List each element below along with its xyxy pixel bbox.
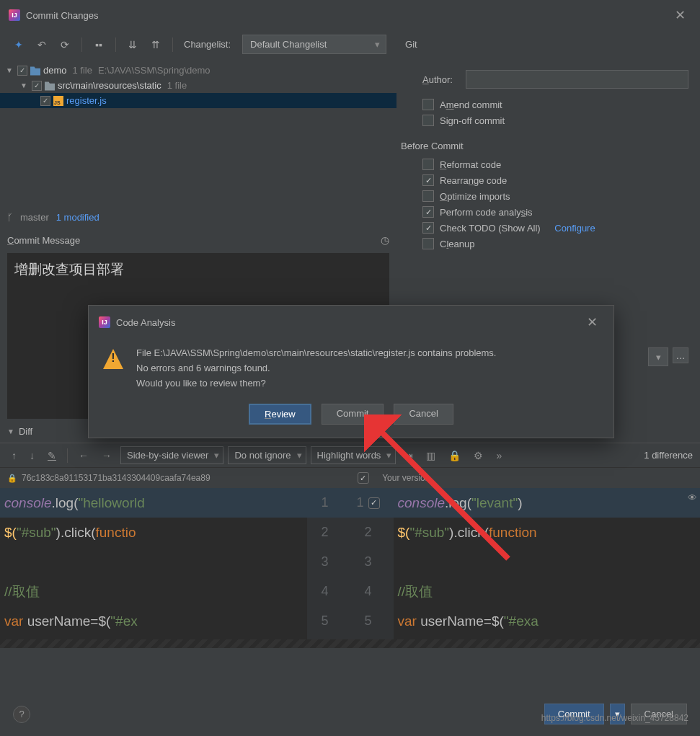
tree-file-row[interactable]: ✓ JS register.js [0, 93, 396, 108]
commit-message-label: Commit Message ◷ [0, 229, 396, 252]
expand-icon[interactable]: ⇊ [124, 36, 141, 53]
branch-name: master [20, 212, 49, 223]
code: ).click( [449, 525, 489, 541]
checkbox[interactable]: ✓ [40, 96, 50, 106]
ignore-dropdown[interactable]: Do not ignore [228, 446, 306, 464]
review-button[interactable]: Review [249, 404, 311, 425]
checkbox[interactable]: ✓ [17, 66, 27, 76]
tree-folder-name: src\main\resources\static [58, 80, 161, 91]
forward-icon[interactable]: → [97, 447, 116, 464]
close-icon[interactable]: ✕ [581, 313, 603, 332]
dialog-commit-label: Commit [337, 408, 369, 419]
edit-icon[interactable]: ✎ [43, 447, 61, 464]
code: "#sub" [409, 525, 449, 541]
refresh-icon[interactable]: ⟳ [56, 36, 74, 53]
chevron-down-icon[interactable]: ▼ [6, 66, 14, 74]
filter-icon[interactable]: ✦ [10, 36, 27, 53]
analysis-checkbox[interactable] [422, 206, 434, 218]
amend-checkbox[interactable] [422, 99, 434, 110]
code: .log( [445, 495, 471, 511]
rearrange-checkbox[interactable] [422, 174, 434, 186]
git-label: Git [405, 39, 417, 50]
toolbar: ✦ ↶ ⟳ ▪▪ ⇊ ⇈ Changelist: Default Changel… [0, 30, 700, 58]
dialog-cancel-button[interactable]: Cancel [394, 404, 453, 425]
dialog-commit-button[interactable]: Commit [322, 404, 384, 425]
diff-viewer: OFF console.log("helloworld $("#sub").cl… [0, 488, 700, 639]
configure-link[interactable]: Configure [554, 223, 595, 234]
dialog-message: File E:\JAVA\SSM\Spring\demo\src\main\re… [136, 346, 496, 391]
tree-root-path: E:\JAVA\SSM\Spring\demo [98, 65, 211, 76]
app-logo-icon: IJ [9, 9, 20, 21]
highlight-dropdown[interactable]: Highlight words [311, 446, 396, 464]
dialog-title: Code Analysis [116, 317, 175, 328]
commit-hash: 76c183c8a91153171ba3143304409caafa74ea89 [22, 473, 211, 483]
dialog-line: File E:\JAVA\SSM\Spring\demo\src\main\re… [136, 346, 496, 361]
collapse-diff-icon[interactable]: ⇥ [400, 447, 417, 464]
undo-icon[interactable]: ↶ [33, 36, 50, 53]
commit-message-text: 增删改查项目部署 [14, 262, 124, 277]
tree-file-name: register.js [66, 95, 107, 106]
todo-checkbox[interactable] [422, 222, 434, 234]
code: console [398, 495, 446, 511]
diff-label: Diff [19, 426, 32, 437]
titlebar: IJ Commit Changes ✕ [0, 0, 700, 30]
diff-toolbar: ↑ ↓ ✎ ← → Side-by-side viewer Do not ign… [0, 443, 700, 468]
help-button[interactable]: ? [13, 706, 30, 723]
file-tree: ▼ ✓ demo 1 file E:\JAVA\SSM\Spring\demo … [0, 58, 396, 112]
todo-label: Check TODO (Show All) [440, 223, 541, 234]
left-gutter: 12345 [307, 488, 343, 639]
code: functio [96, 525, 136, 541]
code: userName=$( [420, 613, 504, 629]
code: "#sub" [17, 525, 56, 541]
optimize-checkbox[interactable] [422, 190, 434, 202]
signoff-checkbox[interactable] [422, 115, 434, 126]
separator [115, 37, 116, 52]
dialog-line: Would you like to review them? [136, 376, 496, 391]
prev-diff-icon[interactable]: ↑ [7, 447, 21, 464]
code: "levant" [471, 495, 518, 511]
settings-icon[interactable]: ⚙ [469, 447, 487, 464]
analysis-label: Perform code analysis [440, 207, 533, 218]
lock-icon: 🔒 [7, 474, 17, 483]
back-icon[interactable]: ← [74, 447, 93, 464]
close-icon[interactable]: ✕ [669, 6, 691, 25]
line-checkbox[interactable]: ✓ [368, 497, 380, 509]
code: "#exa [504, 613, 539, 629]
modified-link[interactable]: 1 modified [56, 212, 99, 223]
server-dropdown[interactable] [648, 347, 668, 366]
include-checkbox[interactable]: ✓ [358, 472, 369, 484]
separator [81, 37, 82, 52]
group-icon[interactable]: ▪▪ [90, 36, 107, 53]
changelist-dropdown[interactable]: Default Changelist [242, 35, 386, 54]
ignore-value: Do not ignore [234, 450, 291, 461]
cleanup-checkbox[interactable] [422, 238, 434, 249]
tree-root-row[interactable]: ▼ ✓ demo 1 file E:\JAVA\SSM\Spring\demo [0, 63, 396, 78]
eye-icon[interactable]: 👁 [688, 492, 697, 503]
code: //取值 [398, 582, 433, 601]
branch-status: ᚶ master 1 modified [0, 206, 396, 229]
torn-edge [0, 639, 700, 648]
more-icon[interactable]: » [492, 447, 506, 464]
next-diff-icon[interactable]: ↓ [25, 447, 39, 464]
checkbox[interactable]: ✓ [32, 81, 42, 91]
right-code[interactable]: 👁 console.log("levant") $("#sub").click(… [394, 488, 701, 639]
viewer-dropdown[interactable]: Side-by-side viewer [120, 446, 223, 464]
chevron-down-icon[interactable]: ▼ [7, 427, 14, 435]
code: "helloworld [78, 495, 144, 511]
code: .log( [52, 495, 79, 511]
code: userName=$( [27, 613, 111, 629]
dialog-line: No errors and 6 warnings found. [136, 361, 496, 376]
history-icon[interactable]: ◷ [381, 234, 389, 246]
tree-folder-row[interactable]: ▼ ✓ src\main\resources\static 1 file [0, 78, 396, 93]
reformat-checkbox[interactable] [422, 159, 434, 170]
tree-folder-meta: 1 file [167, 80, 187, 91]
author-input[interactable] [466, 70, 688, 89]
left-code[interactable]: console.log("helloworld $("#sub").click(… [0, 488, 307, 639]
collapse-icon[interactable]: ⇈ [147, 36, 164, 53]
lock-icon[interactable]: 🔒 [444, 447, 465, 464]
chevron-down-icon[interactable]: ▼ [20, 81, 29, 89]
code: function [489, 525, 537, 541]
sync-scroll-icon[interactable]: ▥ [422, 447, 440, 464]
server-more-button[interactable]: … [673, 347, 688, 363]
right-gutter: 1 ✓2345 [343, 488, 394, 639]
